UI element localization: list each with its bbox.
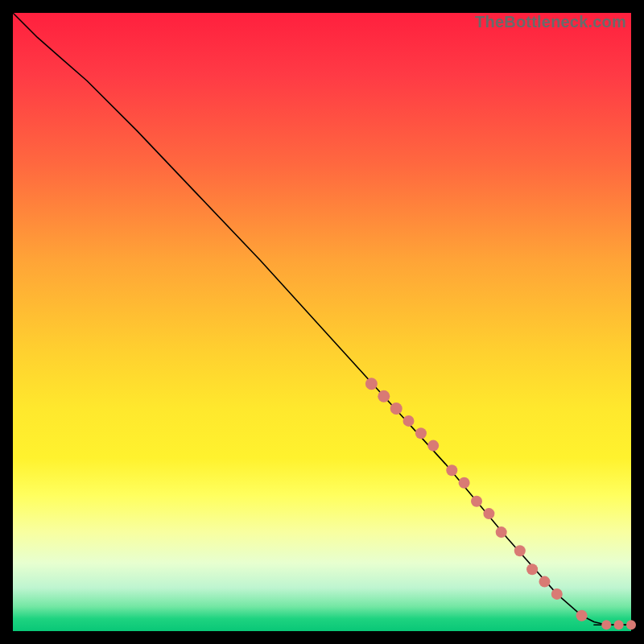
data-marker bbox=[514, 545, 526, 556]
data-marker bbox=[483, 508, 494, 519]
data-marker bbox=[415, 427, 427, 439]
data-marker bbox=[390, 402, 402, 415]
chart-frame: TheBottleneck.com bbox=[0, 0, 644, 644]
data-marker bbox=[626, 620, 636, 630]
data-marker bbox=[471, 496, 482, 507]
data-marker bbox=[614, 620, 624, 630]
data-marker bbox=[459, 477, 470, 489]
data-marker bbox=[601, 620, 611, 630]
data-marker bbox=[403, 415, 415, 427]
data-marker bbox=[365, 378, 378, 390]
data-marker bbox=[539, 576, 551, 588]
data-marker bbox=[496, 526, 507, 538]
chart-svg bbox=[13, 13, 631, 631]
data-marker bbox=[446, 464, 457, 476]
data-marker bbox=[526, 564, 538, 575]
data-marker bbox=[576, 610, 588, 621]
data-marker bbox=[378, 390, 390, 402]
curve-line bbox=[13, 13, 631, 625]
markers-group bbox=[365, 378, 636, 630]
plot-area: TheBottleneck.com bbox=[13, 13, 631, 631]
data-marker bbox=[427, 440, 439, 452]
data-marker bbox=[551, 588, 563, 600]
